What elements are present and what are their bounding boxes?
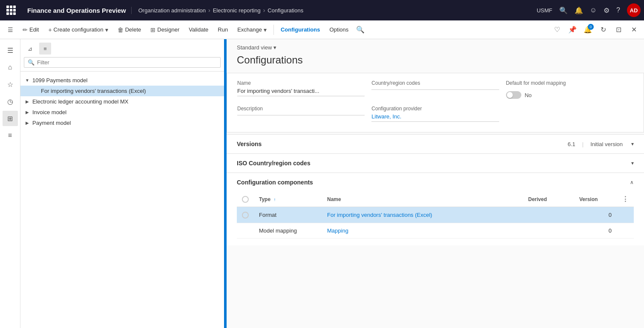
provider-label: Configuration provider: [371, 106, 499, 112]
delete-icon: 🗑: [118, 26, 124, 33]
bookmark-icon[interactable]: ♡: [550, 23, 564, 37]
side-icons: ☰ ⌂ ☆ ◷ ⊞ ≡: [0, 39, 20, 328]
table-header-row: Type ↑ Name Derived Version: [237, 192, 634, 207]
row-radio-1: [237, 207, 254, 223]
table-row[interactable]: Format For importing vendors' transactio…: [237, 207, 634, 223]
avatar[interactable]: AD: [627, 3, 641, 17]
filter-input-wrap: 🔍: [24, 57, 221, 68]
sidebar-favorites-icon[interactable]: ☆: [3, 77, 18, 92]
table-body: Format For importing vendors' transactio…: [237, 207, 634, 239]
close-icon[interactable]: ✕: [627, 23, 641, 37]
col-header-more: ⋮: [617, 192, 634, 207]
provider-value[interactable]: Litware, Inc.: [371, 113, 499, 122]
toggle-label: No: [525, 92, 532, 98]
row-name-link-2[interactable]: Mapping: [327, 227, 348, 234]
tree-item-1099[interactable]: 1099 Payments model: [20, 75, 224, 86]
col-header-type[interactable]: Type ↑: [254, 192, 322, 207]
config-table: Type ↑ Name Derived Version: [237, 192, 634, 239]
toolbar-divider: [273, 25, 274, 35]
iso-header[interactable]: ISO Country/region codes ▾: [227, 154, 644, 173]
validate-button[interactable]: Validate: [184, 24, 213, 35]
toolbar-search-btn[interactable]: 🔍: [354, 23, 367, 37]
sidebar-modules-icon[interactable]: ≡: [3, 128, 18, 143]
breadcrumb-org-admin[interactable]: Organization administration: [138, 7, 206, 14]
edit-button[interactable]: ✏ Edit: [18, 24, 43, 36]
country-value[interactable]: [371, 88, 499, 90]
sidebar-menu-icon[interactable]: ☰: [3, 43, 18, 58]
description-value[interactable]: [237, 113, 365, 115]
tree-panel: ⊿ ≡ 🔍 1099 Payments model For importing …: [20, 39, 225, 328]
col-header-name[interactable]: Name: [322, 192, 523, 207]
more-icon-header[interactable]: ⋮: [622, 196, 629, 203]
tree-item-invoice-model[interactable]: Invoice model: [20, 107, 224, 118]
org-label: USMF: [537, 7, 552, 14]
description-label: Description: [237, 106, 365, 112]
radio-1[interactable]: [242, 212, 249, 219]
versions-chevron-icon: ▾: [631, 141, 634, 147]
row-more-1: [617, 207, 634, 223]
tree-content: 1099 Payments model For importing vendor…: [20, 72, 224, 328]
delete-button[interactable]: 🗑 Delete: [113, 24, 146, 36]
config-components-header[interactable]: Configuration components ∧: [227, 173, 644, 192]
run-button[interactable]: Run: [213, 24, 232, 35]
tree-item-payment-model[interactable]: Payment model: [20, 118, 224, 128]
filter-input[interactable]: [37, 59, 217, 66]
smiley-icon[interactable]: ☺: [590, 6, 597, 14]
hamburger-icon: ☰: [8, 26, 13, 33]
list-view-btn[interactable]: ≡: [39, 43, 51, 55]
version-number: 6.1: [568, 141, 575, 147]
default-label: Default for model mapping: [506, 80, 633, 86]
apps-icon: [6, 6, 16, 15]
form-grid: Name For importing vendors' transacti...…: [237, 80, 633, 122]
default-toggle[interactable]: [506, 91, 521, 99]
standard-view-btn[interactable]: Standard view ▾: [227, 39, 644, 52]
tree-filter-area: ⊿ ≡ 🔍: [20, 39, 224, 72]
sidebar-recent-icon[interactable]: ◷: [3, 94, 18, 109]
breadcrumb-sep-2: ›: [263, 7, 265, 14]
refresh-icon[interactable]: ↻: [596, 23, 610, 37]
exchange-button[interactable]: Exchange ▾: [233, 24, 271, 36]
help-icon[interactable]: ?: [616, 6, 620, 14]
menu-toggle-btn[interactable]: ☰: [3, 24, 17, 36]
tree-chevron-elec-ledger: [24, 99, 31, 104]
tree-item-for-importing[interactable]: For importing vendors' transactions (Exc…: [20, 86, 224, 96]
tree-item-elec-ledger[interactable]: Electronic ledger accounting model MX: [20, 96, 224, 107]
col-header-derived[interactable]: Derived: [523, 192, 574, 207]
options-button[interactable]: Options: [325, 24, 353, 35]
configurations-tab[interactable]: Configurations: [276, 24, 324, 35]
bell-icon[interactable]: 🔔: [575, 6, 583, 14]
search-icon[interactable]: 🔍: [559, 6, 568, 14]
breadcrumb-sep-1: ›: [208, 7, 210, 14]
create-configuration-button[interactable]: + Create configuration ▾: [44, 24, 112, 36]
notification-badge-btn[interactable]: 🔔 0: [581, 23, 595, 37]
iso-chevron-icon: ▾: [631, 160, 634, 166]
col-header-version[interactable]: Version: [574, 192, 617, 207]
field-provider: Configuration provider Litware, Inc.: [371, 106, 499, 122]
sidebar-workspaces-icon[interactable]: ⊞: [3, 111, 18, 126]
config-components-section: Configuration components ∧ Type ↑: [227, 173, 644, 245]
top-right-controls: USMF 🔍 🔔 ☺ ⚙ ? AD: [537, 3, 641, 17]
standard-view-chevron: ▾: [273, 44, 276, 51]
badge: 0: [588, 24, 594, 30]
designer-icon: ⊞: [150, 26, 155, 33]
name-value[interactable]: For importing vendors' transacti...: [237, 88, 365, 96]
row-derived-1: [523, 207, 574, 223]
breadcrumb-elec-reporting[interactable]: Electronic reporting: [213, 7, 261, 14]
open-new-icon[interactable]: ⊡: [612, 23, 625, 37]
field-description: Description: [237, 106, 365, 122]
designer-button[interactable]: ⊞ Designer: [146, 24, 184, 36]
breadcrumb-configurations[interactable]: Configurations: [267, 7, 303, 14]
pin-icon[interactable]: 📌: [566, 23, 579, 37]
filter-icon-btn[interactable]: ⊿: [24, 43, 36, 55]
table-row[interactable]: Model mapping Mapping 0: [237, 223, 634, 238]
config-components-content: Type ↑ Name Derived Version: [227, 192, 644, 245]
breadcrumb: Organization administration › Electronic…: [138, 7, 533, 14]
form-section: Name For importing vendors' transacti...…: [227, 73, 644, 132]
sidebar-home-icon[interactable]: ⌂: [3, 60, 18, 75]
apps-button[interactable]: [3, 3, 19, 18]
row-version-2: 0: [574, 223, 617, 238]
row-name-link-1[interactable]: For importing vendors' transactions (Exc…: [327, 212, 432, 218]
gear-icon[interactable]: ⚙: [604, 6, 610, 14]
versions-header[interactable]: Versions 6.1 | Initial version ▾: [227, 135, 644, 153]
row-radio-2: [237, 223, 254, 238]
